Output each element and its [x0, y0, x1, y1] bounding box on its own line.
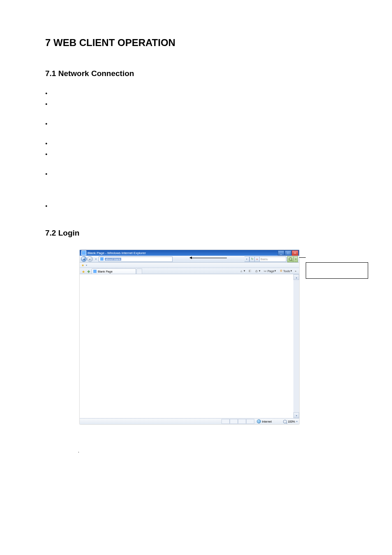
- zoom-icon: [283, 420, 287, 423]
- security-zone[interactable]: Internet: [257, 419, 272, 423]
- scroll-down-button[interactable]: ▾: [293, 412, 299, 418]
- feeds-button[interactable]: ◧: [247, 269, 253, 273]
- zoom-label: 100%: [288, 420, 295, 423]
- status-segment: [246, 419, 254, 424]
- print-icon: ⎙: [255, 269, 258, 273]
- globe-icon: [257, 419, 261, 423]
- browser-figure: Blank Page - Windows Internet Explorer _…: [80, 250, 347, 424]
- command-bar: ⌂▾ ◧ ⎙▾ ▭Page ▾ ⚙Tools ▾ »: [142, 268, 298, 274]
- callout-connector: [299, 257, 306, 258]
- bullet-item: [53, 121, 347, 130]
- links-toolbar: ★ ▼: [80, 263, 299, 268]
- links-icon: ★: [81, 264, 84, 267]
- status-segments: [221, 419, 254, 424]
- tools-menu-button[interactable]: ⚙Tools ▾: [278, 269, 293, 273]
- bullet-item: [53, 151, 347, 160]
- window-title: Blank Page - Windows Internet Explorer: [88, 251, 278, 255]
- close-button[interactable]: ×: [292, 250, 298, 256]
- tools-icon: ⚙: [279, 269, 283, 273]
- back-button[interactable]: ◄: [81, 256, 87, 262]
- page-menu-button[interactable]: ▭Page ▾: [263, 269, 277, 273]
- address-dropdown[interactable]: ▼: [244, 257, 249, 262]
- minimize-button[interactable]: _: [278, 250, 284, 256]
- command-overflow[interactable]: »: [294, 270, 297, 272]
- search-input[interactable]: Baidu: [260, 257, 286, 262]
- callout-arrow: [191, 257, 227, 259]
- tab-page-icon: [93, 270, 97, 273]
- print-button[interactable]: ⎙▾: [254, 269, 261, 273]
- maximize-button[interactable]: □: [285, 250, 291, 256]
- search-provider-dropdown[interactable]: ▼: [294, 256, 298, 262]
- nav-history-dropdown[interactable]: ▼: [95, 257, 97, 261]
- address-text: about:blank: [105, 258, 121, 261]
- callout-box: [306, 262, 368, 279]
- links-dropdown[interactable]: ▼: [85, 264, 88, 266]
- tab-blank-page[interactable]: Blank Page: [92, 268, 136, 274]
- page-icon: [100, 257, 104, 261]
- page-content-area: ▴ ▾: [80, 274, 299, 418]
- status-bar: Internet 100% ▼: [80, 418, 299, 424]
- bullet-item: [53, 203, 347, 212]
- window-titlebar: Blank Page - Windows Internet Explorer _…: [80, 250, 299, 256]
- zone-label: Internet: [262, 420, 272, 423]
- subsection-heading-2: 7.2 Login: [45, 229, 347, 238]
- refresh-button[interactable]: ↻: [249, 257, 255, 262]
- bullet-item: [53, 90, 347, 99]
- address-input[interactable]: about:blank: [99, 257, 173, 262]
- bullet-list: [53, 90, 347, 212]
- bullet-item: [53, 171, 347, 180]
- footnote-mark: ,: [78, 449, 347, 453]
- feed-icon: ◧: [248, 269, 252, 273]
- home-icon: ⌂: [240, 269, 243, 273]
- ie-icon: [81, 250, 86, 255]
- add-favorites-button[interactable]: ✚: [86, 269, 91, 274]
- zoom-dropdown-icon: ▼: [296, 420, 298, 423]
- subsection-heading-1: 7.1 Network Connection: [45, 69, 347, 78]
- scroll-up-button[interactable]: ▴: [293, 274, 299, 280]
- status-segment: [221, 419, 230, 424]
- tab-label: Blank Page: [98, 270, 113, 273]
- search-icon: [289, 257, 292, 261]
- stop-button[interactable]: ×: [255, 257, 260, 262]
- tab-row: ★ ✚ Blank Page ⌂▾ ◧ ⎙▾ ▭Page ▾ ⚙Tools ▾ …: [80, 268, 299, 274]
- search-go-button[interactable]: [287, 256, 294, 262]
- favorites-button[interactable]: ★: [81, 269, 86, 274]
- ie-window: Blank Page - Windows Internet Explorer _…: [80, 250, 299, 424]
- home-button[interactable]: ⌂▾: [239, 269, 246, 273]
- page-icon: ▭: [263, 269, 267, 273]
- status-segment: [238, 419, 246, 424]
- section-heading: 7 WEB CLIENT OPERATION: [45, 37, 347, 49]
- bullet-item: [53, 141, 347, 150]
- status-segment: [230, 419, 238, 424]
- forward-button[interactable]: ►: [87, 256, 93, 262]
- zoom-control[interactable]: 100% ▼: [283, 420, 298, 423]
- new-tab-button[interactable]: [136, 268, 142, 274]
- bullet-item: [53, 101, 347, 110]
